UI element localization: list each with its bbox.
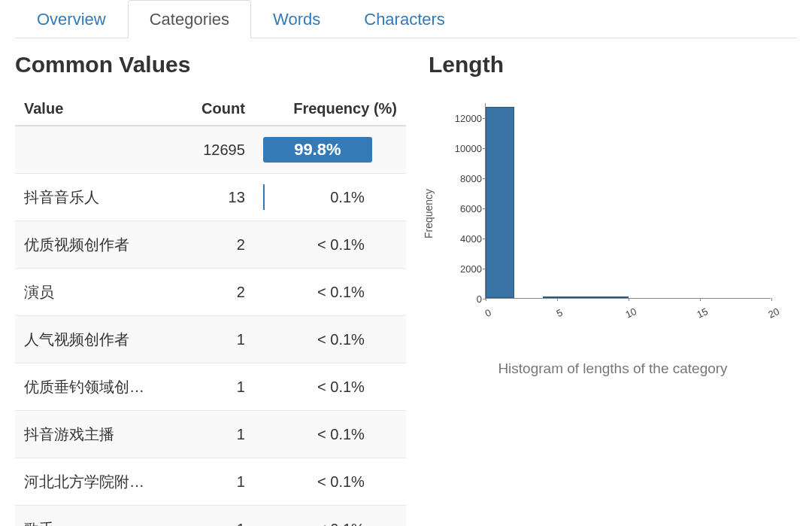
histogram-bar (486, 107, 514, 298)
xtick: 20 (766, 306, 780, 321)
histogram-bar (543, 296, 571, 298)
col-value: Value (15, 93, 180, 126)
cell-value: 优质垂钓领域创… (15, 363, 180, 411)
cell-value: 优质视频创作者 (15, 221, 180, 269)
cell-value: 人气视频创作者 (15, 316, 180, 363)
histogram-bar (600, 296, 629, 298)
table-row: 演员2< 0.1% (15, 269, 406, 316)
table-row: 河北北方学院附…1< 0.1% (15, 458, 406, 506)
cell-value: 歌手 (15, 506, 180, 527)
table-row: 1269599.8% (15, 126, 406, 174)
cell-frequency: 0.1% (254, 174, 406, 221)
histogram-bar (571, 296, 600, 298)
xtick: 0 (483, 306, 493, 319)
cell-frequency: < 0.1% (254, 506, 406, 527)
cell-count: 2 (180, 269, 254, 316)
length-histogram: Frequency 020004000600080001000012000051… (436, 97, 782, 330)
cell-frequency: 99.8% (254, 126, 406, 174)
cell-frequency: < 0.1% (254, 269, 406, 316)
cell-frequency: < 0.1% (254, 458, 406, 506)
chart-caption: Histogram of lengths of the category (429, 360, 797, 377)
tab-bar: Overview Categories Words Characters (15, 0, 797, 38)
common-values-heading: Common Values (15, 52, 406, 78)
cell-value: 抖音游戏主播 (15, 411, 180, 458)
cell-frequency: < 0.1% (254, 411, 406, 458)
table-row: 抖音游戏主播1< 0.1% (15, 411, 406, 458)
ytick: 12000 (448, 113, 482, 124)
table-row: 歌手1< 0.1% (15, 506, 406, 527)
table-row: 人气视频创作者1< 0.1% (15, 316, 406, 363)
cell-value: 演员 (15, 269, 180, 316)
cell-value: 河北北方学院附… (15, 458, 180, 506)
xtick: 15 (695, 306, 709, 321)
ytick: 8000 (448, 173, 482, 184)
cell-count: 1 (180, 363, 254, 411)
tab-categories[interactable]: Categories (128, 0, 251, 38)
common-values-table: Value Count Frequency (%) 1269599.8%抖音音乐… (15, 93, 406, 526)
chart-ylabel: Frequency (423, 189, 435, 239)
cell-count: 2 (180, 221, 254, 269)
cell-count: 1 (180, 316, 254, 363)
table-row: 优质垂钓领域创…1< 0.1% (15, 363, 406, 411)
cell-value: 抖音音乐人 (15, 174, 180, 221)
tab-words[interactable]: Words (251, 0, 342, 38)
col-frequency: Frequency (%) (254, 93, 406, 126)
xtick: 5 (555, 306, 565, 319)
length-heading: Length (429, 52, 797, 78)
ytick: 2000 (448, 263, 482, 275)
cell-count: 1 (180, 411, 254, 458)
tab-characters[interactable]: Characters (342, 0, 467, 38)
ytick: 6000 (448, 203, 482, 214)
cell-count: 1 (180, 458, 254, 506)
col-count: Count (180, 93, 254, 126)
cell-count: 1 (180, 506, 254, 527)
table-row: 优质视频创作者2< 0.1% (15, 221, 406, 269)
cell-frequency: < 0.1% (254, 316, 406, 363)
table-row: 抖音音乐人130.1% (15, 174, 406, 221)
cell-count: 13 (180, 174, 254, 221)
cell-count: 12695 (180, 126, 254, 174)
ytick: 10000 (448, 143, 482, 154)
tab-overview[interactable]: Overview (15, 0, 128, 38)
cell-frequency: < 0.1% (254, 221, 406, 269)
xtick: 10 (623, 306, 638, 321)
cell-value (15, 126, 180, 174)
ytick: 4000 (448, 233, 482, 245)
cell-frequency: < 0.1% (254, 363, 406, 411)
ytick: 0 (448, 293, 482, 305)
